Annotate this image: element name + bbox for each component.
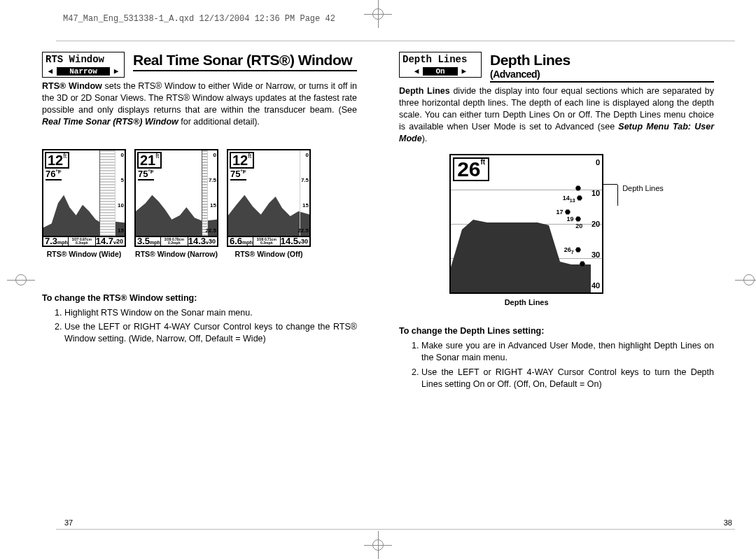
depth-body-text: Depth Lines divide the display into four… [399, 85, 714, 144]
left-arrow-icon: ◀ [48, 66, 53, 76]
menu-title: RTS Window [43, 52, 124, 66]
menu-value: On [423, 67, 457, 76]
rts-body-text: RTS® Window sets the RTS® Window to eith… [42, 80, 357, 128]
sonar-caption: RTS® Window (Wide) [42, 250, 126, 258]
list-item: Make sure you are in Advanced User Mode,… [421, 340, 714, 364]
depthlines-menu-box: Depth Lines ◀ On ▶ [399, 52, 482, 78]
sonar-screenshot-off: 12ft 75°F 0 7.5 15 22.5 6.6mph [227, 149, 311, 247]
left-column: RTS Window ◀ Narrow ▶ Real Time Sonar (R… [42, 52, 357, 393]
crop-mark-bottom [364, 531, 392, 559]
sonar-screenshot-wide: 12ft 76°F 0 5 10 15 7.3mp [42, 149, 126, 247]
menu-value: Narrow [57, 67, 110, 76]
right-arrow-icon: ▶ [114, 66, 119, 76]
trim-line [56, 529, 735, 530]
crop-mark-top [364, 0, 392, 28]
right-column: Depth Lines ◀ On ▶ Depth Lines (Advanced… [399, 52, 714, 393]
crop-mark-left [7, 266, 35, 294]
sonar-caption: RTS® Window (Narrow) [134, 250, 218, 258]
sonar-row: 12ft 76°F 0 5 10 15 7.3mp [42, 149, 357, 258]
instruction-heading: To change the Depth Lines setting: [399, 326, 714, 336]
trim-line [56, 41, 735, 41]
depth-caption: Depth Lines [449, 298, 603, 306]
section-subtitle: (Advanced) [490, 69, 714, 80]
menu-title: Depth Lines [400, 52, 481, 66]
depth-lines-screenshot: 26ft ⬣ 1413 ⬣ 17 ⬣ 19 ⬣ 20 267 ⬣ ⬣ [449, 154, 603, 294]
sonar-caption: RTS® Window (Off) [227, 250, 311, 258]
list-item: Highlight RTS Window on the Sonar main m… [64, 307, 357, 319]
fish-icon: 1413 ⬣ [563, 194, 582, 203]
depth-annotation: Depth Lines [617, 185, 664, 206]
right-arrow-icon: ▶ [462, 66, 467, 76]
left-arrow-icon: ◀ [414, 66, 419, 76]
trip-info: 3/27 0.97cm 0.2mph [68, 236, 96, 246]
section-title-depth: Depth Lines (Advanced) [490, 52, 714, 83]
page-number-left: 37 [64, 518, 73, 527]
list-item: Use the LEFT or RIGHT 4-WAY Cursor Contr… [64, 321, 357, 345]
instruction-list: Make sure you are in Advanced User Mode,… [399, 340, 714, 390]
instruction-heading: To change the RTS® Window setting: [42, 293, 357, 303]
page-number-right: 38 [724, 518, 732, 527]
instruction-list: Highlight RTS Window on the Sonar main m… [42, 307, 357, 346]
crop-mark-right [735, 266, 756, 294]
rts-menu-box: RTS Window ◀ Narrow ▶ [42, 52, 125, 78]
sonar-screenshot-narrow: 21ft 75°F 0 7.5 15 22.5 3 [134, 149, 218, 247]
list-item: Use the LEFT or RIGHT 4-WAY Cursor Contr… [421, 367, 714, 390]
section-title-rts: Real Time Sonar (RTS®) Window [133, 52, 357, 71]
